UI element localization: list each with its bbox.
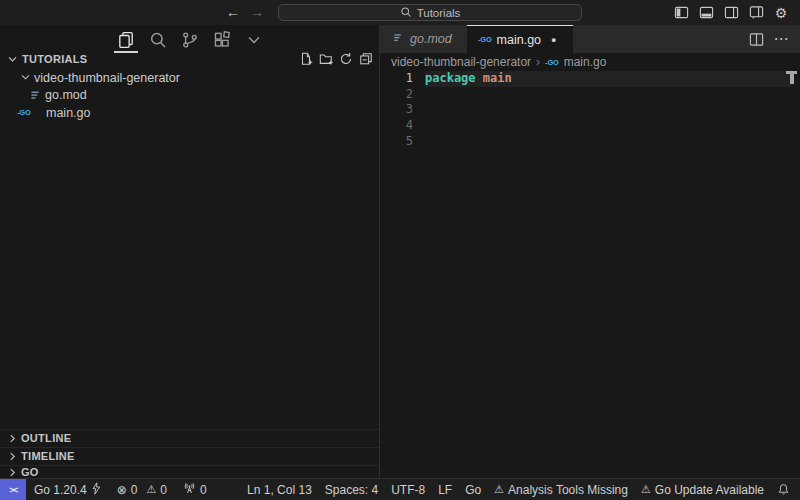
warning-count: 0 bbox=[160, 483, 167, 497]
chevron-down-icon bbox=[5, 52, 19, 66]
warning-icon: ⚠ bbox=[494, 483, 504, 496]
file-name: main.go bbox=[46, 106, 90, 120]
tab-gomod[interactable]: go.mod bbox=[380, 25, 467, 53]
explorer-view-icon[interactable] bbox=[116, 30, 136, 50]
breadcrumb-separator-icon: › bbox=[536, 55, 540, 69]
modified-dot-icon[interactable]: ● bbox=[551, 35, 556, 45]
line-number: 3 bbox=[380, 102, 413, 118]
language-mode-status[interactable]: Go bbox=[465, 483, 481, 497]
customize-layout-icon[interactable] bbox=[748, 5, 764, 21]
new-file-icon[interactable] bbox=[298, 52, 313, 67]
analysis-tools-status[interactable]: ⚠ Analysis Tools Missing bbox=[494, 483, 628, 497]
tab-bar: go.mod -GO main.go ● ··· bbox=[380, 25, 800, 53]
go-mod-file-icon bbox=[29, 89, 42, 102]
explorer-title: TUTORIALS bbox=[22, 53, 87, 65]
folder-name: video-thumbnail-generator bbox=[34, 71, 180, 85]
status-bar: >< Go 1.20.4 ⊗ 0 ⚠ 0 0 Ln bbox=[0, 478, 800, 500]
line-number: 2 bbox=[380, 87, 413, 103]
line-number: 1 bbox=[380, 71, 413, 87]
encoding-status[interactable]: UTF-8 bbox=[391, 483, 425, 497]
search-icon bbox=[400, 6, 412, 20]
explorer-section-header[interactable]: TUTORIALS bbox=[0, 50, 379, 68]
problems-status[interactable]: ⊗ 0 ⚠ 0 bbox=[117, 483, 167, 497]
breadcrumb-file[interactable]: main.go bbox=[564, 55, 607, 69]
go-update-label: Go Update Available bbox=[655, 483, 764, 497]
code-line-1: 1 package main bbox=[380, 71, 800, 87]
code-line-4: 4 bbox=[380, 118, 800, 134]
remote-indicator[interactable]: >< bbox=[0, 479, 26, 500]
tree-item-folder[interactable]: video-thumbnail-generator bbox=[0, 69, 379, 87]
ports-count: 0 bbox=[200, 483, 207, 497]
error-icon: ⊗ bbox=[117, 483, 127, 497]
tab-label: go.mod bbox=[410, 32, 452, 46]
go-file-icon: -GO bbox=[17, 108, 42, 117]
code-line-2: 2 bbox=[380, 87, 800, 103]
line-number: 5 bbox=[380, 134, 413, 150]
extensions-view-icon[interactable] bbox=[212, 30, 232, 50]
eol-status[interactable]: LF bbox=[438, 483, 452, 497]
layout-controls: ⚙ bbox=[673, 0, 789, 25]
line-number: 4 bbox=[380, 118, 413, 134]
split-editor-icon[interactable] bbox=[748, 31, 764, 47]
chevron-right-icon bbox=[5, 465, 19, 479]
indentation-status[interactable]: Spaces: 4 bbox=[325, 483, 378, 497]
chevron-right-icon bbox=[5, 431, 19, 445]
search-view-icon[interactable] bbox=[148, 30, 168, 50]
editor-group: go.mod -GO main.go ● ··· video-thumbnail… bbox=[380, 25, 800, 478]
toggle-secondary-sidebar-icon[interactable] bbox=[723, 5, 739, 21]
go-file-icon: -GO bbox=[545, 58, 559, 67]
explorer-actions bbox=[298, 50, 373, 68]
go-title: GO bbox=[21, 466, 39, 478]
history-forward-icon[interactable]: → bbox=[250, 2, 264, 23]
toggle-primary-sidebar-icon[interactable] bbox=[673, 5, 689, 21]
search-value: Tutorials bbox=[417, 7, 461, 19]
toggle-panel-icon[interactable] bbox=[698, 5, 714, 21]
status-left: Go 1.20.4 ⊗ 0 ⚠ 0 0 bbox=[34, 479, 207, 500]
code-line-3: 3 bbox=[380, 102, 800, 118]
analysis-tools-label: Analysis Tools Missing bbox=[508, 483, 628, 497]
tab-maingo[interactable]: -GO main.go ● bbox=[467, 25, 573, 53]
breadcrumb: video-thumbnail-generator › -GO main.go bbox=[380, 53, 800, 71]
command-center-search[interactable]: Tutorials bbox=[278, 4, 582, 21]
go-mod-file-icon bbox=[392, 32, 404, 47]
go-update-status[interactable]: ⚠ Go Update Available bbox=[641, 483, 764, 497]
chevron-down-icon bbox=[20, 72, 32, 84]
sidebar: TUTORIALS video-thumbnail-gene bbox=[0, 25, 379, 478]
warning-icon: ⚠ bbox=[641, 483, 651, 496]
refresh-icon[interactable] bbox=[338, 52, 353, 67]
outline-section-header[interactable]: OUTLINE bbox=[0, 429, 379, 447]
status-right: Ln 1, Col 13 Spaces: 4 UTF-8 LF Go ⚠ Ana… bbox=[247, 479, 790, 500]
go-version-label: Go 1.20.4 bbox=[34, 483, 87, 497]
new-folder-icon[interactable] bbox=[318, 52, 333, 67]
chevron-right-icon bbox=[5, 449, 19, 463]
notifications-bell-icon[interactable] bbox=[777, 483, 790, 496]
breadcrumb-folder[interactable]: video-thumbnail-generator bbox=[391, 55, 531, 69]
additional-views-chevron-icon[interactable] bbox=[244, 30, 264, 50]
tree-item-gomod[interactable]: go.mod bbox=[0, 87, 379, 105]
source-control-view-icon[interactable] bbox=[180, 30, 200, 50]
error-count: 0 bbox=[131, 483, 138, 497]
outline-title: OUTLINE bbox=[21, 432, 71, 444]
history-back-icon[interactable]: ← bbox=[226, 2, 240, 23]
file-name: go.mod bbox=[45, 88, 87, 102]
go-file-icon: -GO bbox=[478, 35, 492, 44]
more-actions-icon[interactable]: ··· bbox=[774, 31, 790, 47]
timeline-title: TIMELINE bbox=[21, 450, 75, 462]
scrollbar-slider[interactable] bbox=[790, 74, 794, 84]
cursor-position-status[interactable]: Ln 1, Col 13 bbox=[247, 483, 312, 497]
editor-actions: ··· bbox=[748, 25, 790, 53]
settings-gear-icon[interactable]: ⚙ bbox=[773, 5, 789, 21]
timeline-section-header[interactable]: TIMELINE bbox=[0, 447, 379, 465]
go-version-status[interactable]: Go 1.20.4 bbox=[34, 482, 101, 498]
go-section-header[interactable]: GO bbox=[0, 465, 379, 478]
code-editor[interactable]: 1 package main 2 3 4 5 bbox=[380, 71, 800, 478]
tree-item-maingo[interactable]: -GO main.go bbox=[0, 104, 379, 122]
title-bar: ← → Tutorials ⚙ bbox=[0, 0, 800, 25]
remote-icon: >< bbox=[9, 485, 17, 495]
ports-status[interactable]: 0 bbox=[183, 482, 207, 498]
vscode-window: ← → Tutorials ⚙ bbox=[0, 0, 800, 500]
collapse-folders-icon[interactable] bbox=[358, 52, 373, 67]
code-text: package main bbox=[425, 71, 791, 87]
keyword-token: package bbox=[425, 71, 476, 85]
code-line-5: 5 bbox=[380, 134, 800, 150]
